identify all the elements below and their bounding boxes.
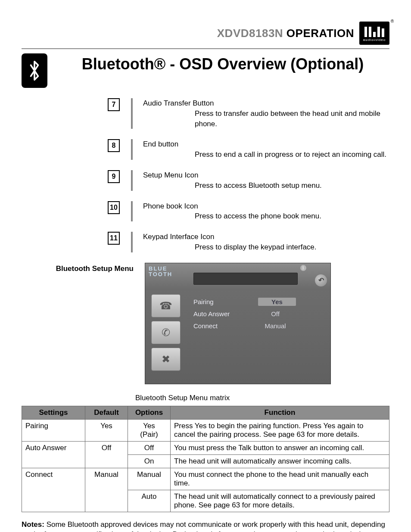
brand-logo: ® audio•video (359, 22, 389, 45)
th-settings: Settings (22, 406, 85, 419)
settings-matrix-table: Settings Default Options Function Pairin… (22, 406, 389, 512)
cell-option: Yes (Pair) (128, 419, 171, 441)
callout-row: 9Setup Menu IconPress to access Bluetoot… (108, 170, 389, 191)
cell-function: You must connect the phone to the head u… (171, 468, 389, 490)
ss-side-icon: ✖ (151, 348, 181, 371)
ss-side-icon: ☎ (151, 294, 181, 317)
operation-label: OPERATION (286, 27, 354, 40)
cell-option: Off (128, 441, 171, 454)
ss-option-row: PairingYes (193, 296, 325, 308)
ss-option-label: Connect (193, 322, 258, 330)
ss-option-value: Yes (258, 298, 296, 306)
ss-title-field (193, 273, 298, 285)
callout-row: 11Keypad Interface IconPress to display … (108, 232, 389, 252)
callout-number: 9 (108, 170, 120, 183)
table-row: PairingYesYes (Pair)Press Yes to begin t… (22, 419, 389, 441)
ss-option-label: Auto Answer (193, 310, 258, 317)
cell-function: The head unit will automatically connect… (171, 490, 389, 512)
page-header: XDVD8183N OPERATION ® audio•video (22, 22, 389, 45)
callout-desc: Press to access Bluetooth setup menu. (143, 180, 389, 191)
cell-option: Manual (128, 468, 171, 490)
callout-number: 8 (108, 139, 120, 152)
cell-option: Auto (128, 490, 171, 512)
ss-options: PairingYesAuto AnswerOffConnectManual (188, 290, 330, 384)
ss-bluetooth-icon: ᛒ (300, 265, 306, 271)
callout-desc: Press to end a call in progress or to re… (143, 149, 389, 160)
ss-side-icon: ✆ (151, 321, 181, 344)
ss-option-row: Auto AnswerOff (193, 308, 325, 320)
ss-option-value: Manual (258, 322, 293, 330)
callout-desc: Press to display the keypad interface. (143, 242, 389, 252)
callout-label: Setup Menu Icon (143, 171, 199, 179)
callout-number: 11 (108, 232, 120, 245)
callout-row: 10Phone book IconPress to access the pho… (108, 201, 389, 222)
ss-option-value: Off (258, 310, 293, 317)
ss-back-icon: ↶ (315, 274, 327, 286)
notes-label: Notes: (22, 520, 44, 529)
callout-label: Keypad Interface Icon (143, 233, 214, 241)
model-number: XDVD8183N (217, 27, 283, 40)
ss-sidebar: ☎✆✖ (145, 290, 188, 384)
callout-row: 8End buttonPress to end a call in progre… (108, 139, 389, 160)
ss-brand-bot: TOOTH (149, 271, 172, 277)
callout-list: 7Audio Transfer ButtonPress to transfer … (108, 98, 389, 252)
th-function: Function (171, 406, 389, 419)
table-row: ConnectManualManualYou must connect the … (22, 468, 389, 490)
matrix-caption: Bluetooth Setup Menu matrix (135, 394, 389, 402)
setup-menu-screenshot: BLUE TOOTH ᛒ ↶ ☎✆✖ PairingYesAuto Answer… (145, 263, 331, 384)
callout-label: End button (143, 140, 178, 148)
logo-caption: audio•video (363, 38, 386, 42)
notes-text: Some Bluetooth approved devices may not … (22, 520, 385, 532)
callout-desc: Press to transfer audio between the head… (143, 109, 389, 129)
cell-setting: Auto Answer (22, 441, 85, 468)
header-text: XDVD8183N OPERATION (217, 27, 354, 40)
cell-default: Off (85, 441, 128, 468)
divider (131, 139, 133, 160)
notes-block: Notes: Some Bluetooth approved devices m… (22, 520, 389, 532)
cell-setting: Connect (22, 468, 85, 512)
cell-function: Press Yes to begin the pairing function.… (171, 419, 389, 441)
logo-bars-icon (364, 25, 384, 37)
divider (131, 170, 133, 191)
table-row: Auto AnswerOffOffYou must press the Talk… (22, 441, 389, 454)
th-default: Default (85, 406, 128, 419)
ss-option-label: Pairing (193, 298, 258, 305)
callout-label: Phone book Icon (143, 202, 198, 210)
cell-option: On (128, 454, 171, 468)
divider (131, 201, 133, 222)
callout-label: Audio Transfer Button (143, 99, 214, 107)
bluetooth-icon (22, 53, 47, 88)
cell-default: Manual (85, 468, 128, 512)
setup-menu-label: Bluetooth Setup Menu (22, 263, 134, 273)
callout-desc: Press to access the phone book menu. (143, 211, 389, 221)
divider (131, 98, 133, 129)
cell-default: Yes (85, 419, 128, 441)
callout-row: 7Audio Transfer ButtonPress to transfer … (108, 98, 389, 129)
cell-setting: Pairing (22, 419, 85, 441)
callout-number: 7 (108, 98, 120, 111)
ss-brand-top: BLUE (149, 266, 172, 271)
divider (22, 48, 389, 49)
callout-number: 10 (108, 201, 120, 214)
page-title: Bluetooth® - OSD Overview (Optional) (56, 55, 389, 73)
ss-option-row: ConnectManual (193, 320, 325, 332)
th-options: Options (128, 406, 171, 419)
cell-function: The head unit will automatically answer … (171, 454, 389, 468)
cell-function: You must press the Talk button to answer… (171, 441, 389, 454)
divider (131, 232, 133, 252)
